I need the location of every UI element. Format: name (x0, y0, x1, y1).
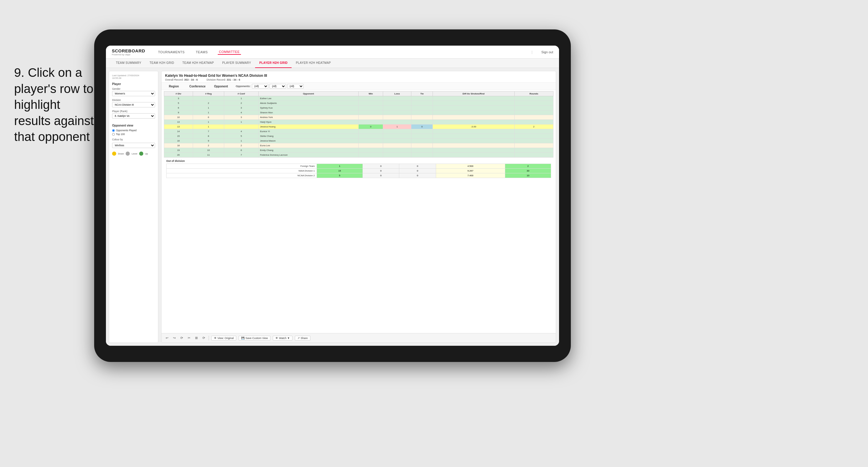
table-row[interactable]: 131Jessica Huang010-3.002 (164, 124, 554, 129)
cell-win-val (359, 106, 383, 111)
grid-table: # Div # Reg # Conf Opponent Win Loss Tie… (164, 91, 554, 157)
division-select[interactable]: NCAA Division III (112, 102, 155, 107)
cell-reg (193, 96, 224, 101)
cell-diff-val (433, 101, 515, 106)
tablet-screen: SCOREBOARD Powered by clippi TOURNAMENTS… (106, 45, 559, 346)
opponent-view-title: Opponent view (112, 124, 155, 127)
top-100-radio[interactable]: Top 100 (112, 133, 155, 136)
cell-div: 18 (164, 143, 193, 148)
cell-reg: 2 (193, 143, 224, 148)
undo-button[interactable]: ↩ (164, 336, 169, 340)
cell-win-val (359, 134, 383, 138)
redo-button[interactable]: ↪ (172, 336, 177, 340)
cell-loss-val (383, 115, 411, 120)
cell-diff-val (433, 111, 515, 115)
cell-rounds-val (514, 96, 553, 101)
cell-conf: 3 (224, 106, 258, 111)
cell-opponent: Eunice Yi (258, 129, 359, 134)
cell-rounds-val: 2 (514, 124, 553, 129)
conf-select[interactable]: (All) (270, 84, 286, 89)
ood-cell-2: 0 (363, 164, 399, 168)
ood-cell-5: 30 (505, 168, 551, 173)
ood-cell-0: NAIA Division 1 (166, 168, 317, 173)
table-row[interactable]: 1063Andrea York (164, 115, 554, 120)
table-row[interactable]: 1822Euna Lee (164, 143, 554, 148)
cell-div: 14 (164, 129, 193, 134)
cell-diff-val: -3.00 (433, 124, 515, 129)
ood-cell-3: 0 (399, 168, 436, 173)
table-row[interactable]: 914Sharon Mun (164, 111, 554, 115)
cell-tie-val (411, 143, 433, 148)
cell-loss-val: 1 (383, 124, 411, 129)
logo-text: SCOREBOARD (112, 48, 145, 53)
subnav-player-h2h-heatmap[interactable]: PLAYER H2H HEATMAP (291, 59, 335, 68)
cell-diff-val (433, 115, 515, 120)
cell-loss-val (383, 134, 411, 138)
cell-rounds-val (514, 111, 553, 115)
share-button[interactable]: ↗ Share (295, 336, 310, 340)
cell-conf: 1 (224, 96, 258, 101)
watch-button[interactable]: 👁 Watch ▼ (273, 336, 292, 340)
ood-row[interactable]: NAIA Division 115009.26730 (166, 168, 551, 173)
cell-rounds-val (514, 138, 553, 143)
ood-cell-4: 4.500 (436, 164, 505, 168)
nav-teams[interactable]: TEAMS (195, 50, 209, 55)
cell-loss-val (383, 148, 411, 153)
subnav-player-summary[interactable]: PLAYER SUMMARY (218, 59, 255, 68)
subnav-team-summary[interactable]: TEAM SUMMARY (112, 59, 145, 68)
nav-tournaments[interactable]: TOURNAMENTS (157, 50, 186, 55)
table-row[interactable]: 19106Emily Chang (164, 148, 554, 153)
save-custom-button[interactable]: 💾 Save Custom View (239, 336, 270, 340)
cell-rounds-val (514, 120, 553, 124)
opponents-select[interactable]: (All) (252, 84, 268, 89)
cut-button[interactable]: ✂ (187, 336, 191, 340)
cell-loss-val (383, 120, 411, 124)
sign-out[interactable]: Sign out (541, 50, 553, 54)
subnav-team-h2h-heatmap[interactable]: TEAM H2H HEATMAP (178, 59, 218, 68)
tablet-frame: SCOREBOARD Powered by clippi TOURNAMENTS… (94, 29, 571, 362)
refresh-button[interactable]: ⟳ (179, 336, 184, 340)
reload-button[interactable]: ⟳ (201, 336, 206, 340)
subnav-player-h2h-grid[interactable]: PLAYER H2H GRID (255, 59, 291, 68)
table-row[interactable]: 31Esther Lee (164, 96, 554, 101)
ood-row[interactable]: NCAA Division 25007.40010 (166, 173, 551, 178)
colour-by-select[interactable]: Win/loss (112, 143, 155, 148)
main-content: Last Updated: 27/03/2024 16:55:28 Player… (106, 68, 559, 346)
out-of-division: Out of division Foreign Team1004.5002NAI… (164, 157, 554, 180)
cell-tie-val (411, 106, 433, 111)
opp-select[interactable]: (All) (287, 84, 304, 89)
table-row[interactable]: 1474Eunice Yi (164, 129, 554, 134)
cell-conf: 1 (224, 120, 258, 124)
opponents-played-radio[interactable]: Opponents Played (112, 129, 155, 132)
share-icon: ↗ (298, 337, 300, 340)
cell-opponent: Alexis Sudjianto (258, 101, 359, 106)
cell-opponent: Emily Chang (258, 148, 359, 153)
cell-opponent: Esther Lee (258, 96, 359, 101)
table-row[interactable]: 613Sydney Kuo (164, 106, 554, 111)
cell-loss-val (383, 153, 411, 157)
cell-win-val (359, 143, 383, 148)
cell-div: 5 (164, 101, 193, 106)
legend-level-label: Level (131, 152, 137, 155)
cell-rounds-val (514, 153, 553, 157)
table-row[interactable]: 1691Jessica Mason (164, 138, 554, 143)
cell-conf: 6 (224, 148, 258, 153)
cell-div: 10 (164, 115, 193, 120)
grid-button[interactable]: ⊞ (194, 336, 199, 340)
player-rank-label: Player (Rank) (112, 110, 155, 113)
table-row[interactable]: 20117Federica Domecq Lacroze (164, 153, 554, 157)
ood-row[interactable]: Foreign Team1004.5002 (166, 164, 551, 168)
table-row[interactable]: 522Alexis Sudjianto (164, 101, 554, 106)
table-row[interactable]: 1585Stella Chang (164, 134, 554, 138)
nav-committee[interactable]: COMMITTEE (218, 50, 241, 55)
subnav-team-h2h-grid[interactable]: TEAM H2H GRID (145, 59, 178, 68)
opponents-filter-group: Opponents: (All) (All) (All) (236, 84, 304, 89)
gender-select[interactable]: Women's (112, 91, 155, 96)
player-rank-select[interactable]: 8. Katelyn Vo (112, 113, 155, 119)
cell-win-val (359, 120, 383, 124)
cell-div: 13 (164, 124, 193, 129)
view-original-button[interactable]: 👁 View: Original (211, 336, 236, 340)
table-row[interactable]: 1311Haeji Hyun (164, 120, 554, 124)
legend-down-dot (112, 152, 116, 156)
cell-div: 13 (164, 120, 193, 124)
